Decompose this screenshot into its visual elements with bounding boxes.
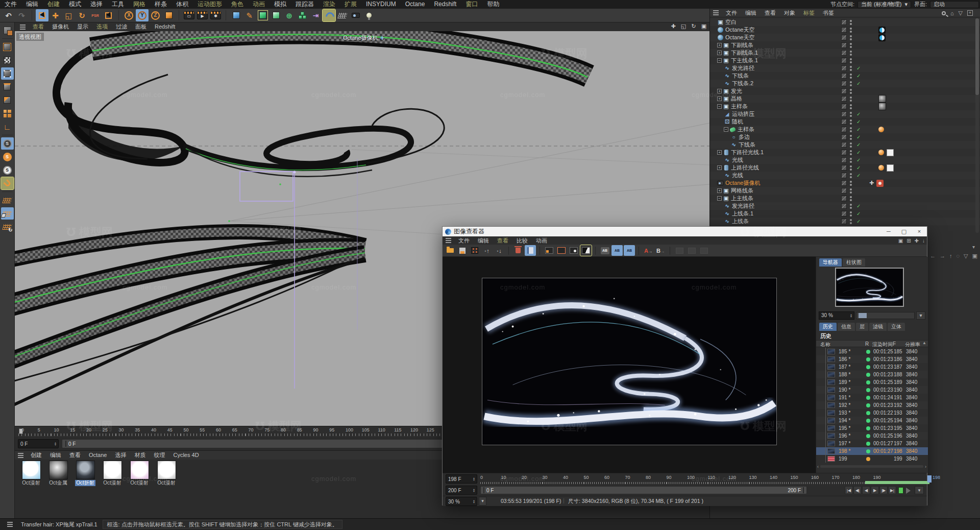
pv-menu-比较[interactable]: 比较 (512, 236, 532, 245)
menu-工具[interactable]: 工具 (107, 0, 129, 9)
snap-enable-icon[interactable]: S (1, 137, 14, 150)
redcam-tag-icon[interactable] (876, 180, 884, 187)
menu-文件[interactable]: 文件 (0, 0, 21, 9)
navigator-thumbnail[interactable] (835, 268, 904, 307)
layer-toggle-icon[interactable] (841, 219, 847, 224)
object-name[interactable]: 光线 (732, 156, 743, 164)
material-item[interactable]: Oct金属 (47, 461, 69, 518)
enabled-check-icon[interactable]: ✓ (856, 127, 861, 132)
status-menu-icon[interactable] (7, 524, 13, 525)
playback-options-dropdown[interactable]: ▾ (915, 486, 924, 494)
object-name[interactable]: 上线条.1 (732, 210, 753, 218)
layer-toggle-icon[interactable] (841, 96, 847, 102)
prev-image-icon[interactable]: ↑ (481, 245, 493, 256)
redo-icon[interactable]: ↷ (15, 9, 28, 21)
enabled-check-icon[interactable]: ✓ (856, 119, 861, 125)
current-frame-stepper[interactable]: 0 F▴▾ (18, 439, 59, 448)
ab-stacked-icon[interactable]: AB (611, 245, 623, 256)
layer-toggle-icon[interactable] (841, 157, 847, 163)
pv-menu-编辑[interactable]: 编辑 (474, 236, 493, 245)
enabled-check-icon[interactable]: ✓ (856, 65, 861, 71)
visibility-dots[interactable] (850, 165, 852, 171)
history-row[interactable]: 196 *00:01:251963840 (816, 432, 928, 440)
menu-选择[interactable]: 选择 (86, 0, 107, 9)
om-menu-对象[interactable]: 对象 (780, 9, 799, 17)
model-mode-icon[interactable] (1, 41, 14, 53)
interface-select[interactable]: 启动 (930, 1, 979, 8)
up-icon[interactable]: ↑ (949, 253, 952, 259)
menu-编辑[interactable]: 编辑 (21, 0, 43, 9)
scale-icon[interactable]: ◱ (62, 9, 75, 21)
white-tag-icon[interactable] (887, 164, 894, 172)
layer-toggle-icon[interactable] (841, 203, 847, 209)
delete-image-icon[interactable] (512, 245, 524, 256)
object-row[interactable]: +▣下副线条 (710, 41, 980, 49)
object-row[interactable]: −▣上主线条 (710, 195, 980, 202)
home-icon[interactable]: ⌂ (950, 10, 954, 16)
object-row[interactable]: −主样条✓ (710, 126, 980, 133)
menu-INSYDIUM[interactable]: INSYDIUM (361, 0, 401, 9)
menu-模式[interactable]: 模式 (64, 0, 86, 9)
visibility-dots[interactable] (850, 20, 852, 25)
maximize-button[interactable]: ▢ (896, 227, 912, 236)
goto-start-button[interactable]: |◀ (845, 486, 853, 494)
object-name[interactable]: 光线 (732, 172, 743, 179)
material-menu-材质[interactable]: 材质 (130, 451, 150, 460)
layer-toggle-icon[interactable] (841, 35, 847, 40)
menu-模拟[interactable]: 模拟 (270, 0, 291, 9)
viewport-menu-选项[interactable]: 选项 (92, 22, 112, 31)
pv-menu-动画[interactable]: 动画 (532, 236, 551, 245)
visibility-dots[interactable] (850, 135, 852, 140)
menu-Redshift[interactable]: Redshift (429, 0, 461, 9)
expander-icon[interactable]: + (717, 43, 722, 47)
render-settings-icon[interactable]: ✱ (209, 9, 222, 21)
spacer-tag-icon[interactable] (869, 164, 876, 171)
enabled-check-icon[interactable]: ✓ (856, 73, 861, 79)
filter-icon[interactable]: ▽ (964, 253, 968, 259)
enabled-check-icon[interactable]: ✓ (856, 173, 861, 178)
object-name[interactable]: 主样条 (731, 103, 748, 110)
spline-arrow-icon[interactable]: ⇥ (309, 9, 322, 21)
search-icon[interactable]: ◌ (957, 253, 960, 259)
visibility-dots[interactable] (850, 51, 852, 56)
object-row[interactable]: ◢运动挤压✓ (710, 110, 980, 118)
orange-tag-icon[interactable] (878, 165, 884, 171)
viewer-current-frame-stepper[interactable]: 198 F▴▾ (446, 474, 477, 484)
visibility-dots[interactable] (850, 150, 852, 155)
expander-icon[interactable]: + (717, 51, 722, 55)
bend-icon[interactable] (323, 9, 335, 21)
filter-icon[interactable]: ▽ (959, 10, 963, 16)
history-row[interactable]: 195 *00:01:231953840 (816, 424, 928, 432)
menu-渲染[interactable]: 渲染 (318, 0, 340, 9)
column-F[interactable]: F (893, 341, 896, 347)
enabled-check-icon[interactable]: ✓ (856, 203, 861, 209)
enabled-check-icon[interactable]: ✓ (856, 111, 861, 117)
texture-mode-icon[interactable] (1, 54, 14, 66)
enabled-check-icon[interactable]: ✓ (856, 165, 861, 171)
object-row[interactable]: −▣主样条 (710, 103, 980, 110)
object-name[interactable]: 下副线条 (731, 41, 753, 49)
camera-label[interactable]: Octane摄像机✚ (343, 34, 384, 42)
add-cube-icon[interactable] (230, 9, 242, 21)
scroll-up-icon[interactable]: ▲ (922, 341, 926, 345)
convert-tool-icon[interactable] (1, 24, 14, 36)
object-name[interactable]: 空白 (725, 18, 737, 26)
visibility-dots[interactable] (850, 119, 852, 125)
visibility-dots[interactable] (850, 43, 852, 48)
visibility-dots[interactable] (850, 104, 852, 109)
tab-立体[interactable]: 立体 (888, 323, 905, 331)
object-row[interactable]: ▣空白 (710, 18, 980, 26)
lock-icon[interactable]: ▣ (972, 253, 977, 259)
layer-toggle-icon[interactable] (841, 142, 847, 148)
viewport-menu-面板[interactable]: 面板 (131, 22, 151, 31)
stepper-arrows-icon[interactable]: ▴▾ (55, 442, 56, 446)
object-row[interactable]: Octane天空 (710, 26, 980, 34)
visibility-dots[interactable] (850, 89, 852, 94)
picture-viewer-window[interactable]: 图像查看器 ─▢× 文件编辑查看比较动画 ▣⊞✚↓ ↑↓ABABABAB 导航器… (442, 226, 927, 505)
viewport-menu-摄像机[interactable]: 摄像机 (48, 22, 73, 31)
object-row[interactable]: ∿光线✓ (710, 172, 980, 179)
octane-tag-icon[interactable] (878, 34, 886, 41)
layer-toggle-icon[interactable] (841, 111, 847, 117)
object-name[interactable]: 多边 (739, 133, 750, 141)
render-canvas[interactable] (443, 257, 816, 473)
